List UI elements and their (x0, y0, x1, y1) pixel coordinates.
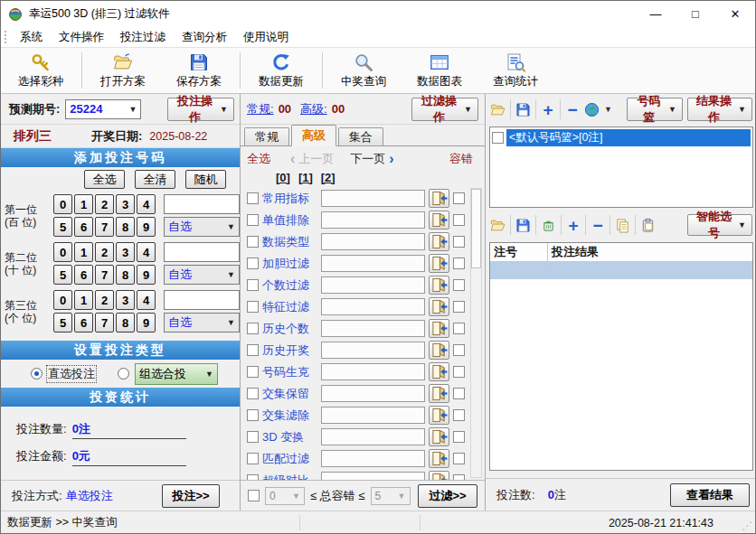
filter-tolerance-checkbox[interactable] (453, 474, 465, 480)
position-mode-select[interactable]: 自选 ▼ (164, 313, 240, 333)
tab-advanced[interactable]: 高级 (291, 125, 336, 146)
group-bet-radio[interactable] (118, 368, 129, 379)
filter-enable-checkbox[interactable] (247, 431, 259, 443)
filter-open-button[interactable] (429, 276, 449, 295)
filter-tolerance-checkbox[interactable] (453, 323, 465, 334)
filter-value-input[interactable] (321, 276, 425, 294)
filter-open-button[interactable] (429, 341, 449, 360)
tab-collection[interactable]: 集合 (338, 127, 383, 145)
digit-button[interactable]: 1 (74, 290, 93, 310)
filter-value-input[interactable] (321, 190, 425, 207)
position-numbers-input[interactable] (164, 242, 240, 262)
save-icon[interactable] (515, 102, 531, 117)
filter-enable-checkbox[interactable] (247, 258, 259, 269)
filter-label[interactable]: 单值排除 (262, 212, 317, 229)
digit-button[interactable]: 9 (137, 217, 156, 237)
place-bet-button[interactable]: 投注>> (162, 484, 220, 508)
filter-enable-checkbox[interactable] (247, 409, 259, 421)
basket-item-selected[interactable]: <默认号码篮>[0注] (506, 129, 751, 146)
filter-open-button[interactable] (429, 384, 449, 403)
filter-tolerance-checkbox[interactable] (453, 366, 465, 378)
digit-button[interactable]: 2 (95, 290, 114, 310)
tolerance-min-select[interactable]: 0 ▼ (265, 487, 305, 505)
filter-value-input[interactable] (321, 211, 425, 229)
prize-query-button[interactable]: 中奖查询 (326, 50, 402, 91)
digit-button[interactable]: 1 (74, 242, 93, 262)
menu-item[interactable]: 文件操作 (51, 30, 112, 45)
filter-open-button[interactable] (429, 471, 449, 480)
menu-item[interactable]: 查询分析 (174, 30, 235, 45)
digit-button[interactable]: 5 (53, 313, 72, 333)
page-link[interactable]: [2] (321, 171, 335, 184)
filter-enable-checkbox[interactable] (247, 453, 259, 464)
filter-value-input[interactable] (321, 342, 425, 359)
filter-enable-checkbox[interactable] (247, 236, 259, 248)
filter-open-button[interactable] (429, 211, 449, 230)
filter-tolerance-checkbox[interactable] (453, 388, 465, 399)
digit-button[interactable]: 2 (95, 242, 114, 262)
filter-value-input[interactable] (321, 233, 425, 250)
total-tolerance-checkbox[interactable] (248, 490, 260, 501)
query-stats-button[interactable]: 查询统计 (477, 50, 553, 91)
result-operations-button[interactable]: 结果操作 ▼ (687, 98, 752, 121)
remove-result-button[interactable]: − (591, 218, 605, 233)
filter-label[interactable]: 历史开奖 (262, 342, 317, 359)
filter-tolerance-checkbox[interactable] (453, 409, 465, 421)
data-chart-button[interactable]: 数据图表 (402, 50, 477, 91)
filter-label[interactable]: 交集滤除 (262, 408, 317, 424)
menu-item[interactable]: 投注过滤 (112, 30, 174, 45)
paste-icon[interactable] (640, 218, 656, 233)
filter-enable-checkbox[interactable] (247, 192, 259, 204)
position-mode-select[interactable]: 自选 ▼ (164, 265, 240, 285)
table-row[interactable] (490, 262, 752, 279)
filter-enable-checkbox[interactable] (247, 474, 259, 480)
filter-label[interactable]: 数据类型 (262, 234, 317, 250)
filter-open-button[interactable] (429, 297, 449, 316)
digit-button[interactable]: 8 (116, 217, 135, 237)
filter-label[interactable]: 交集保留 (262, 386, 317, 402)
digit-button[interactable]: 3 (116, 194, 135, 214)
resize-grip[interactable]: ⋰ (742, 520, 752, 532)
add-result-button[interactable]: + (566, 218, 581, 233)
filter-tolerance-checkbox[interactable] (453, 344, 465, 356)
open-folder-icon[interactable] (490, 102, 506, 117)
filter-label[interactable]: 匹配过滤 (262, 451, 317, 467)
filter-label[interactable]: 特征过滤 (262, 299, 317, 315)
filter-label[interactable]: 3D 变换 (262, 429, 317, 445)
prev-page-link[interactable]: 上一页 (298, 151, 334, 167)
filter-enable-checkbox[interactable] (247, 301, 259, 313)
filter-enable-checkbox[interactable] (247, 279, 259, 291)
number-basket-button[interactable]: 号码篮 ▼ (627, 98, 683, 121)
filter-label[interactable]: 个数过滤 (262, 277, 317, 294)
filter-operations-button[interactable]: 过滤操作 ▼ (411, 98, 478, 121)
filter-tolerance-checkbox[interactable] (453, 453, 465, 464)
filter-value-input[interactable] (321, 450, 425, 467)
menu-item[interactable]: 系统 (12, 30, 51, 45)
digit-button[interactable]: 7 (95, 265, 114, 285)
digit-button[interactable]: 4 (137, 194, 156, 214)
filter-enable-checkbox[interactable] (247, 344, 259, 356)
data-update-button[interactable]: 数据更新 (243, 50, 319, 91)
digit-button[interactable]: 6 (74, 313, 93, 333)
clear-all-button[interactable]: 全清 (135, 170, 175, 189)
view-results-button[interactable]: 查看结果 (670, 483, 750, 507)
tab-regular[interactable]: 常规 (244, 127, 289, 145)
filter-tolerance-checkbox[interactable] (453, 214, 465, 226)
position-numbers-input[interactable] (164, 290, 240, 310)
filter-value-input[interactable] (321, 407, 425, 424)
filter-enable-checkbox[interactable] (247, 214, 259, 226)
remove-basket-button[interactable]: − (565, 102, 580, 117)
digit-button[interactable]: 0 (53, 242, 72, 262)
filter-enable-checkbox[interactable] (247, 388, 259, 399)
filter-label[interactable]: 超级对比 (262, 473, 317, 481)
position-mode-select[interactable]: 自选 ▼ (164, 217, 240, 237)
digit-button[interactable]: 2 (95, 194, 114, 214)
filters-select-all-link[interactable]: 全选 (247, 151, 270, 167)
filter-enable-checkbox[interactable] (247, 323, 259, 334)
digit-button[interactable]: 0 (53, 194, 72, 214)
direct-bet-label[interactable]: 直选投注 (47, 366, 96, 382)
digit-button[interactable]: 7 (95, 313, 114, 333)
filter-value-input[interactable] (321, 472, 425, 480)
menu-item[interactable]: 使用说明 (235, 30, 297, 45)
minimize-button[interactable]: — (636, 1, 676, 27)
